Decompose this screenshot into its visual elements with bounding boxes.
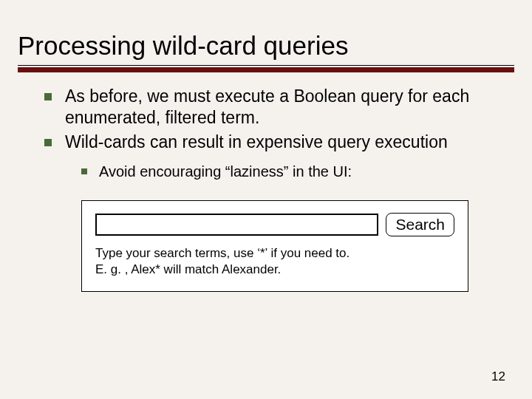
page-number: 12: [491, 369, 505, 384]
sub-bullet-item: Avoid encouraging “laziness” in the UI:: [81, 163, 505, 181]
search-row: Search: [95, 213, 454, 236]
search-hint: Type your search terms, use ‘*’ if you n…: [95, 245, 454, 278]
hint-line: Type your search terms, use ‘*’ if you n…: [95, 245, 454, 262]
sub-bullet-text: Avoid encouraging “laziness” in the UI:: [99, 163, 352, 181]
slide: Processing wild-card queries As before, …: [0, 0, 532, 399]
content-area: As before, we must execute a Boolean que…: [0, 72, 532, 292]
search-example-box: Search Type your search terms, use ‘*’ i…: [81, 200, 468, 292]
bullet-item: As before, we must execute a Boolean que…: [44, 86, 505, 129]
square-bullet-icon: [81, 168, 87, 174]
title-bar: [18, 67, 514, 72]
bullet-text: Wild-cards can result in expensive query…: [65, 132, 448, 153]
square-bullet-icon: [44, 93, 52, 100]
hint-line: E. g. , Alex* will match Alexander.: [95, 262, 454, 278]
bullet-item: Wild-cards can result in expensive query…: [44, 132, 505, 153]
search-input[interactable]: [95, 214, 378, 236]
square-bullet-icon: [44, 139, 52, 146]
title-underline: [18, 65, 514, 66]
title-block: Processing wild-card queries: [0, 0, 532, 72]
bullet-text: As before, we must execute a Boolean que…: [65, 86, 505, 129]
slide-title: Processing wild-card queries: [18, 31, 514, 61]
search-button[interactable]: Search: [386, 213, 454, 236]
